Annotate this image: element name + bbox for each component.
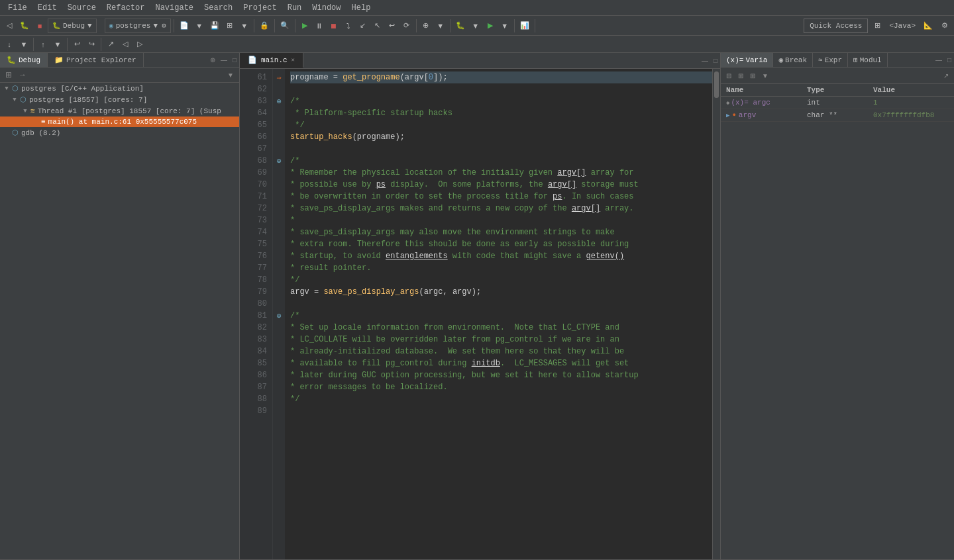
forward-btn-small[interactable]: ▷ [133, 36, 146, 52]
debug-marker-61: ⇒ [273, 71, 285, 83]
new-file-btn[interactable]: 📄 [177, 18, 191, 34]
open-btn[interactable]: ▼ [434, 18, 447, 34]
resume-btn[interactable]: ↑ [36, 36, 50, 52]
debug-dropdown[interactable]: 🐛 Debug ▼ [48, 19, 97, 33]
editor-max-btn[interactable]: □ [711, 56, 720, 66]
left-panel-min-btn[interactable]: — [218, 55, 230, 65]
preferences-btn[interactable]: ⚙ [938, 18, 951, 34]
tree-postgres-process[interactable]: ▼ ⬡ postgres [18557] [cores: 7] [0, 94, 239, 105]
code-line-62 [290, 83, 720, 95]
step-return-btn[interactable]: ↩ [386, 18, 399, 34]
run-perspective-btn[interactable]: ▶ [484, 18, 497, 34]
menu-project[interactable]: Project [238, 0, 282, 16]
code-line-69: * Remember the physical location of the … [290, 167, 720, 179]
debug-collapse-btn[interactable]: ▼ [225, 70, 237, 80]
vars-new-window[interactable]: ⊞ [747, 69, 758, 82]
search-btn[interactable]: 🔍 [278, 18, 292, 34]
step-fwd-btn[interactable]: ↪ [85, 36, 98, 52]
resume-down[interactable]: ▼ [51, 36, 64, 52]
print-btn[interactable]: ▼ [238, 18, 251, 34]
main-c-tab[interactable]: 📄 main.c ✕ [240, 53, 303, 68]
menu-run[interactable]: Run [282, 0, 307, 16]
variables-tab[interactable]: (x)= Varia [721, 53, 773, 67]
debug-toolbar-btn1[interactable]: ⊞ [3, 69, 15, 81]
vars-row-argc[interactable]: ◆ (x)= argc int 1 [721, 97, 954, 109]
tree-expand-1: ▼ [3, 85, 11, 92]
menu-help[interactable]: Help [346, 0, 376, 16]
toolbar-debug-config-btn[interactable]: 🐛 [17, 18, 32, 34]
code-editor[interactable]: progname = get_progname(argv[0]); /* * P… [285, 69, 720, 559]
sep-s1 [33, 38, 34, 51]
code-line-70: * possible use by ps display. On some pl… [290, 179, 720, 191]
toolbar-stop-btn[interactable]: ■ [33, 18, 46, 34]
sep4 [295, 19, 295, 32]
menu-window[interactable]: Window [307, 0, 346, 16]
breakpoint-btn[interactable]: ⊕ [419, 18, 433, 34]
main-c-label: main.c [261, 56, 288, 64]
code-line-67 [290, 143, 720, 155]
vars-row-argv[interactable]: ▶ ● argv char ** 0x7fffffffdfb8 [721, 109, 954, 122]
menu-search[interactable]: Search [199, 0, 238, 16]
perspective-switch-btn[interactable]: ⊞ [871, 18, 884, 34]
debug-toolbar-btn2[interactable]: → [16, 69, 29, 81]
run-btn[interactable]: ▶ [298, 18, 311, 34]
vars-export[interactable]: ↗ [941, 69, 951, 82]
close-tab-icon[interactable]: ✕ [292, 56, 295, 64]
toolbar-btn-2[interactable]: ▼ [193, 18, 206, 34]
go-to-btn[interactable]: ↗ [104, 36, 117, 52]
open-perspective-btn[interactable]: 📐 [921, 18, 935, 34]
step-out-btn[interactable]: ↖ [371, 18, 384, 34]
step-over-btn[interactable]: ⤵ [342, 18, 355, 34]
vars-layout-btn[interactable]: ⊞ [735, 69, 746, 82]
argv-expand-icon[interactable]: ▶ [726, 112, 729, 119]
quick-access-field[interactable]: Quick Access [804, 19, 868, 33]
perspective-btn[interactable]: ▼ [469, 18, 482, 34]
pause-btn[interactable]: ⏸ [313, 18, 326, 34]
editor-min-btn[interactable]: — [699, 56, 711, 66]
tree-main-func[interactable]: ≡ main() at main.c:61 0x55555577c075 [0, 117, 239, 127]
debug-perspective-btn[interactable]: 🐛 [453, 18, 468, 34]
modules-tab[interactable]: ⊞ Modul [848, 53, 888, 67]
stop-btn2[interactable]: ⏹ [327, 18, 341, 34]
menu-navigate[interactable]: Navigate [150, 0, 199, 16]
save-all-btn[interactable]: ⊞ [223, 18, 237, 34]
right-max-btn[interactable]: □ [945, 55, 954, 65]
menu-edit[interactable]: Edit [32, 0, 62, 16]
profile-btn[interactable]: 📊 [517, 18, 532, 34]
tree-postgres-app[interactable]: ▼ ⬡ postgres [C/C++ Application] [0, 83, 239, 94]
menu-source[interactable]: Source [62, 0, 101, 16]
tree-gdb[interactable]: ⬡ gdb (8.2) [0, 127, 239, 138]
col-value-header: Value [871, 86, 951, 94]
step-into-btn[interactable]: ↙ [356, 18, 370, 34]
debug-tab[interactable]: 🐛 Debug [0, 53, 48, 67]
code-line-77: * result pointer. [290, 262, 720, 274]
right-min-btn[interactable]: — [933, 55, 945, 65]
reconnect-btn[interactable]: ⟳ [400, 18, 413, 34]
save-btn[interactable]: 💾 [207, 18, 222, 34]
breakpoints-tab[interactable]: ◉ Break [773, 53, 813, 67]
vars-collapse-all[interactable]: ⊟ [723, 69, 734, 82]
ln-63: 63 [245, 95, 267, 107]
menu-file[interactable]: File [3, 0, 32, 16]
menu-refactor[interactable]: Refactor [101, 0, 150, 16]
project-explorer-tab[interactable]: 📁 Project Explorer [48, 53, 144, 67]
left-panel-max-btn[interactable]: □ [230, 55, 239, 65]
toolbar-back-btn[interactable]: ◁ [3, 18, 16, 34]
expressions-tab[interactable]: ≈ Expr [813, 53, 848, 67]
m76 [273, 250, 285, 262]
vertical-scrollbar[interactable] [712, 69, 720, 559]
ln-66: 66 [245, 131, 267, 143]
mod-label: Modul [860, 56, 882, 64]
vars-settings[interactable]: ▼ [759, 69, 771, 82]
code-line-74: * save_ps_display_args may also move the… [290, 226, 720, 238]
scrollbar-thumb[interactable] [714, 71, 719, 98]
s2-btn2[interactable]: ▼ [17, 36, 30, 52]
run-perspective-down[interactable]: ▼ [498, 18, 511, 34]
back-btn-small[interactable]: ◁ [119, 36, 132, 52]
left-panel-toolbar-btn[interactable]: ⊕ [207, 55, 218, 65]
lock-btn[interactable]: 🔒 [257, 18, 272, 34]
tree-thread[interactable]: ▼ ≋ Thread #1 [postgres] 18557 [core: 7]… [0, 105, 239, 117]
step-back-btn[interactable]: ↩ [70, 36, 83, 52]
step-into-small[interactable]: ↓ [3, 36, 16, 52]
project-dropdown[interactable]: ◉ postgres ▼ ⚙ [105, 19, 171, 33]
